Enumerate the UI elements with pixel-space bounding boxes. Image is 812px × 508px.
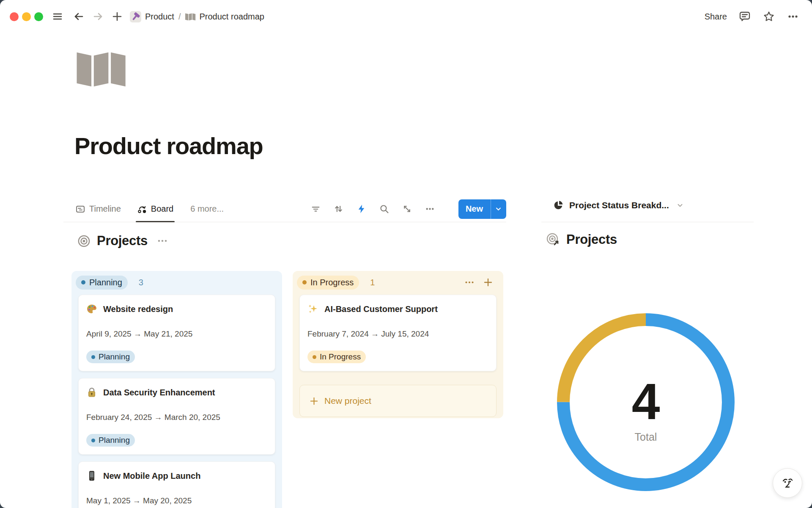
sparkles-icon — [307, 304, 318, 315]
tab-board[interactable]: Board — [137, 196, 173, 222]
filter-icon[interactable] — [310, 204, 321, 214]
board-icon — [137, 204, 147, 214]
expand-icon[interactable] — [402, 204, 412, 214]
chevron-down-icon — [676, 202, 684, 209]
column-count: 3 — [139, 278, 143, 287]
card-status-tag: Planning — [86, 351, 135, 363]
new-button[interactable]: New — [458, 199, 506, 219]
board-section-heading: Projects — [77, 233, 168, 248]
card-status-tag: Planning — [86, 434, 135, 447]
tab-timeline[interactable]: Timeline — [75, 196, 121, 222]
back-arrow-icon[interactable] — [73, 11, 85, 22]
card-title-text: Data Security Enhancement — [103, 387, 215, 398]
project-card-website-redesign[interactable]: Website redesign April 9, 2025 → May 21,… — [78, 295, 275, 371]
chart-source-heading: Projects — [546, 232, 617, 247]
tab-more[interactable]: 6 more... — [190, 204, 224, 214]
timeline-icon — [75, 204, 85, 214]
traffic-lights — [10, 12, 43, 21]
card-date-range: February 7, 2024 → July 15, 2024 — [307, 330, 488, 338]
forward-arrow-icon[interactable] — [92, 11, 104, 22]
status-pill-in-progress[interactable]: In Progress — [297, 276, 359, 290]
mobile-phone-icon — [86, 470, 97, 481]
favorite-star-icon[interactable] — [763, 10, 775, 23]
chart-source-label: Projects — [566, 232, 617, 247]
new-project-label: New project — [324, 396, 371, 406]
column-count: 1 — [370, 278, 375, 287]
plus-icon — [309, 396, 319, 406]
share-button[interactable]: Share — [705, 12, 727, 22]
tab-board-label: Board — [151, 204, 173, 214]
card-title-text: Website redesign — [103, 304, 173, 315]
project-card-data-security[interactable]: Data Security Enhancement February 24, 2… — [78, 378, 275, 455]
pie-chart-icon — [553, 200, 564, 210]
chart-total-label: Total — [549, 431, 743, 443]
new-project-button[interactable]: New project — [299, 385, 497, 417]
new-button-label[interactable]: New — [458, 199, 491, 219]
hamburger-menu-icon[interactable] — [52, 11, 63, 22]
palette-icon — [86, 304, 97, 315]
card-title-text: New Mobile App Launch — [103, 470, 200, 481]
project-card-mobile-app[interactable]: New Mobile App Launch May 1, 2025 → May … — [78, 461, 275, 508]
map-icon — [185, 11, 196, 22]
card-date-range: February 24, 2025 → March 20, 2025 — [86, 413, 267, 421]
more-options-icon[interactable] — [787, 10, 799, 23]
comments-icon[interactable] — [738, 10, 751, 23]
chart-selector[interactable]: Project Status Breakd... — [553, 200, 684, 210]
breadcrumb-separator: / — [178, 12, 181, 22]
window-titlebar: Product / Product roadmap Share — [0, 0, 812, 33]
board-column-planning: Planning 3 Website redesign April 9, 202… — [71, 271, 282, 508]
column-header: Planning 3 — [76, 274, 275, 291]
new-button-dropdown[interactable] — [491, 199, 506, 219]
notion-ai-button[interactable] — [773, 468, 802, 498]
status-dot — [313, 355, 316, 359]
breadcrumb-page-label: Product roadmap — [200, 12, 264, 22]
window-minimize-button[interactable] — [22, 12, 31, 21]
new-tab-plus-icon[interactable] — [111, 11, 123, 22]
board-heading-menu-icon[interactable] — [157, 235, 168, 246]
card-date-range: May 1, 2025 → May 20, 2025 — [86, 497, 267, 505]
status-pill-label: Planning — [89, 278, 122, 287]
project-card-ai-support[interactable]: AI-Based Customer Support February 7, 20… — [299, 295, 497, 371]
column-add-plus-icon[interactable] — [483, 277, 493, 287]
lock-icon — [86, 387, 97, 398]
window-zoom-button[interactable] — [34, 12, 43, 21]
automation-lightning-icon[interactable] — [356, 204, 367, 214]
status-pill-label: In Progress — [310, 278, 354, 287]
status-dot — [302, 280, 307, 284]
column-menu-ellipsis-icon[interactable] — [464, 277, 475, 287]
status-dot — [81, 280, 85, 284]
card-date-range: April 9, 2025 → May 21, 2025 — [86, 330, 267, 338]
status-dot — [91, 439, 95, 442]
status-dot — [91, 355, 95, 359]
chart-selector-label: Project Status Breakd... — [569, 200, 669, 210]
view-tab-bar: Timeline Board 6 more... — [63, 196, 506, 222]
chart-total-value: 4 — [549, 372, 743, 431]
tab-timeline-label: Timeline — [89, 204, 121, 214]
page-icon-map[interactable] — [76, 49, 128, 91]
board-column-in-progress: In Progress 1 AI-Based Customer Support — [293, 271, 503, 418]
app-window: Product / Product roadmap Share Product … — [0, 0, 812, 508]
window-close-button[interactable] — [10, 12, 19, 21]
card-title-text: AI-Based Customer Support — [324, 304, 438, 315]
sort-icon[interactable] — [333, 204, 344, 214]
board-heading-label: Projects — [97, 233, 148, 248]
status-pill-planning[interactable]: Planning — [76, 276, 128, 290]
breadcrumb-teamspace[interactable]: Product — [130, 11, 174, 22]
right-panel-divider — [541, 222, 754, 222]
view-options-ellipsis-icon[interactable] — [425, 204, 435, 214]
notion-ai-face-icon — [779, 475, 796, 491]
search-icon[interactable] — [379, 204, 390, 214]
card-status-tag: In Progress — [307, 351, 366, 363]
target-icon — [77, 235, 91, 248]
breadcrumb-page[interactable]: Product roadmap — [185, 11, 264, 22]
breadcrumb-teamspace-label: Product — [145, 12, 174, 22]
linked-target-icon — [546, 232, 561, 247]
page-title[interactable]: Product roadmap — [74, 132, 263, 160]
hammer-icon — [130, 11, 141, 22]
column-header: In Progress 1 — [297, 274, 497, 291]
